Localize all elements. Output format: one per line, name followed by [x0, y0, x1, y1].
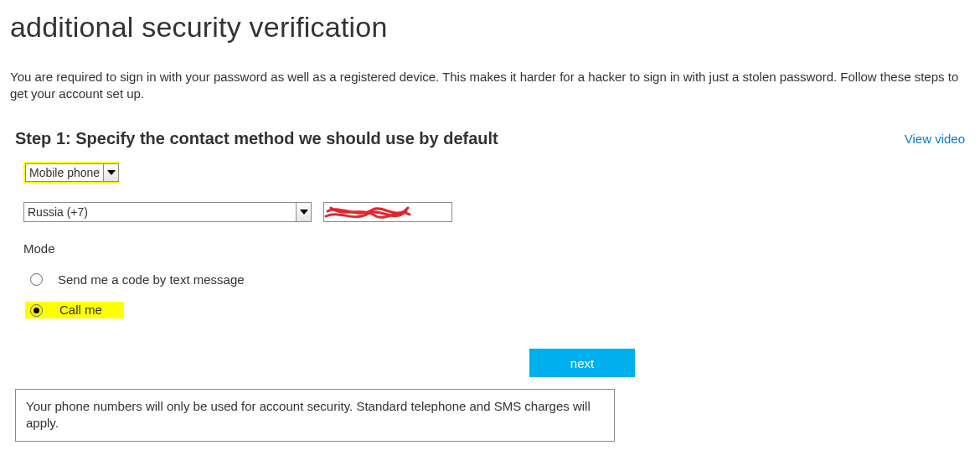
page-title: additional security verification	[10, 8, 970, 47]
mode-radio-text-label[interactable]: Send me a code by text message	[58, 272, 245, 288]
intro-text: You are required to sign in with your pa…	[10, 69, 970, 103]
next-button[interactable]: next	[529, 349, 635, 377]
contact-method-value: Mobile phone	[26, 165, 103, 181]
privacy-notice: Your phone numbers will only be used for…	[15, 389, 615, 442]
mode-radio-text[interactable]	[30, 273, 43, 286]
view-video-link[interactable]: View video	[905, 131, 965, 148]
step-heading: Step 1: Specify the contact method we sh…	[15, 127, 498, 150]
mode-label: Mode	[23, 241, 970, 257]
chevron-down-icon	[103, 164, 118, 181]
mode-radio-call-label[interactable]: Call me	[58, 302, 104, 318]
chevron-down-icon	[296, 203, 311, 221]
country-code-select[interactable]: Russia (+7)	[23, 202, 312, 222]
contact-method-highlight: Mobile phone	[23, 162, 119, 184]
country-code-value: Russia (+7)	[24, 204, 91, 220]
mode-radio-call[interactable]	[30, 304, 43, 317]
redaction-scribble-icon	[324, 203, 452, 222]
contact-method-select[interactable]: Mobile phone	[25, 163, 119, 182]
phone-number-input[interactable]	[323, 202, 452, 222]
